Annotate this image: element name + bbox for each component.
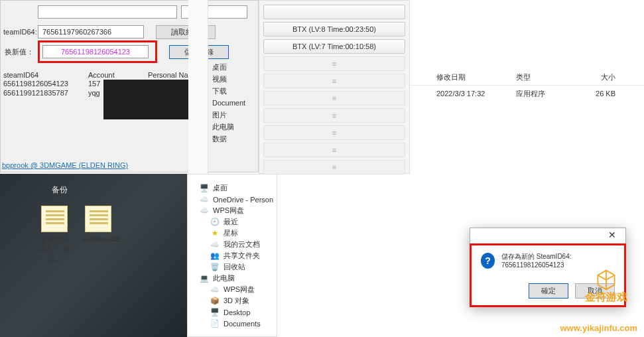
cloud-icon: ☁️ [200,195,209,204]
qa-item[interactable]: 🖥️Desktop [188,306,277,318]
slot-button[interactable]: BTX (LV:8 Time:00:23:50) [263,22,405,36]
quick-access-tree: 🖥️桌面 ☁️OneDrive - Person ☁️WPS网盘 🕘最近 ★星标… [187,174,277,337]
qa-item[interactable]: ☁️WPS网盘 [188,284,277,295]
icon-label: 艾尔登法环3_一周目... [38,235,70,265]
qa-item[interactable]: ☁️我的云文档 [188,239,277,250]
quick-strip [188,0,208,174]
close-icon[interactable]: ✕ [599,229,625,243]
slot-ghost[interactable]: ≡ [263,125,405,140]
dialog-body: ? 儲存為新的 SteamID64: 76561198126054123 確定 … [470,243,626,307]
pc-icon: 💻 [200,274,209,283]
trash-icon: 🗑️ [210,263,220,272]
watermark-url: www.yikajinfu.com [560,323,637,333]
question-icon: ? [481,253,495,269]
cell-size: 26 KB [576,90,615,98]
qa-item[interactable]: 📦3D 对象 [188,295,277,306]
confirm-dialog: ✕ ? 儲存為新的 SteamID64: 76561198126054123 確… [470,228,626,307]
path-input[interactable] [38,5,177,19]
desktop-icon: 🖥️ [210,308,220,317]
slot-ghost[interactable]: ≡ [263,56,405,71]
qa-item[interactable]: ☁️OneDrive - Person [188,194,277,205]
qa-item[interactable]: 🖥️桌面 [188,182,277,194]
explorer-cols: 修改日期 类型 大小 [410,70,644,86]
redacted-block [103,80,190,119]
share-icon: 👥 [210,251,220,261]
cloud-icon: ☁️ [210,285,220,295]
steam-input[interactable] [38,25,144,38]
col-steamid: steamID64 [3,71,88,79]
slot-ghost[interactable]: ≡ [263,74,405,88]
faded-tree: 桌面 视频 下载 Document 图片 此电脑 数据 [212,61,259,174]
desktop-icons: 艾尔登法环3_一周目... ERSaveIDE... [38,206,114,265]
cell-id: 6561199121835787 [3,89,88,97]
slot-ghost[interactable]: ≡ [263,160,405,174]
qa-item[interactable]: 🗑️回收站 [188,261,277,273]
cell-id: 6561198126054123 [3,80,88,119]
slot-ghost[interactable]: ≡ [263,91,405,105]
clock-icon: 🕘 [210,218,220,227]
star-icon: ★ [210,229,220,238]
desktop-icon-app[interactable]: ERSaveIDE... [82,206,114,265]
cancel-button[interactable]: 取消 [575,283,615,299]
qa-item[interactable]: 👥共享文件夹 [188,250,277,261]
dialog-message: 儲存為新的 SteamID64: 76561198126054123 [501,252,619,269]
new-value-input[interactable] [42,45,149,58]
cloud-icon: ☁️ [200,206,209,216]
credit-link[interactable]: bpprook @ 3DMGAME (ELDEN RING) [2,161,128,169]
col-date[interactable]: 修改日期 [436,72,516,82]
slot-button[interactable]: BTX (LV:7 Time:00:10:58) [263,39,405,54]
qa-item[interactable]: 🕘最近 [188,216,277,228]
slot-ghost[interactable]: ≡ [263,143,405,157]
qa-item[interactable]: ☁️WPS网盘 [188,205,277,216]
col-size[interactable]: 大小 [576,72,615,82]
explorer-list: 修改日期 类型 大小 2022/3/3 17:32 应用程序 26 KB [410,70,644,103]
qa-item[interactable]: 📄Documents [188,318,277,329]
save-slot-panel: BTX (LV:8 Time:00:23:50) BTX (LV:7 Time:… [259,0,410,174]
qa-item[interactable]: 💻此电脑 [188,273,277,284]
cell-type: 应用程序 [516,89,576,99]
col-type[interactable]: 类型 [516,72,576,82]
qa-item[interactable]: ★星标 [188,228,277,239]
desktop-icon: 🖥️ [200,184,209,193]
highlighted-input-box [38,40,157,63]
cube-icon: 📦 [210,297,220,306]
desktop-icon-folder[interactable]: 艾尔登法环3_一周目... [38,206,70,265]
icon-label: ERSaveIDE... [82,235,114,243]
cloud-icon: ☁️ [210,240,220,249]
steam-label: teamID64: [3,28,38,36]
explorer-blank [410,0,644,70]
explorer-row[interactable]: 2022/3/3 17:32 应用程序 26 KB [410,86,644,101]
col-account: Account [88,71,148,79]
backup-label: 备份 [52,184,68,196]
doc-icon: 📄 [210,319,220,328]
cell-date: 2022/3/3 17:32 [436,90,516,98]
dialog-titlebar: ✕ [470,228,625,244]
slot-blank[interactable] [263,5,405,19]
slot-ghost[interactable]: ≡ [263,108,405,123]
ok-button[interactable]: 確定 [529,283,568,299]
cell-acct: yqg [88,89,107,97]
new-label: 换新值： [3,47,38,57]
